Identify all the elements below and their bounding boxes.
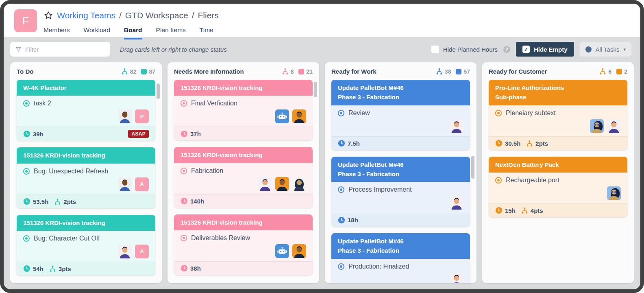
avatar-robot[interactable] [275, 244, 289, 258]
card-project-header[interactable]: W-4K Plactator [17, 80, 155, 96]
clock-icon [495, 140, 503, 147]
planned-hours: 39h [33, 131, 44, 138]
hide-planned-hours-toggle[interactable]: Hide Planned Hours [431, 46, 498, 53]
task-card[interactable]: NextGen Battery Pack Rechargeable port 1… [489, 157, 627, 217]
avatar-woman-short-hair[interactable] [450, 119, 463, 133]
task-title: Process Improvement [348, 186, 412, 193]
task-card[interactable]: Update PalletBot M#46Phase 3 - Fabricati… [331, 80, 470, 150]
card-project-header[interactable]: Update PalletBot M#46Phase 3 - Fabricati… [331, 157, 470, 182]
filter-funnel-icon [15, 46, 22, 53]
tab-workload[interactable]: Workload [84, 26, 110, 39]
task-card[interactable]: 151326 KRDI-vision tracking Deliverables… [174, 214, 313, 275]
card-project-title: Update PalletBot M#46 [338, 83, 463, 92]
avatar-woman-short-hair[interactable] [258, 177, 272, 191]
tab-time[interactable]: Time [200, 26, 213, 39]
task-card[interactable]: W-4K Plactator task 2 P 39h ASAP [17, 80, 155, 141]
task-card[interactable]: Update PalletBot M#46Phase 3 - Fabricati… [331, 157, 470, 227]
hide-planned-hours-checkbox[interactable] [431, 46, 439, 53]
card-project-header[interactable]: NextGen Battery Pack [489, 157, 627, 173]
card-project-header[interactable]: Update PalletBot M#46Phase 3 - Fabricati… [331, 233, 470, 259]
card-project-header[interactable]: 151326 KRDI-vision tracking [174, 80, 313, 96]
avatar-woman-sunglasses[interactable] [590, 119, 604, 133]
column-scrollbar[interactable] [471, 156, 474, 179]
task-title: Pleneiary subtext [506, 109, 556, 117]
avatar-woman-sunglasses[interactable] [607, 186, 621, 200]
column-tasks-count: 87 [149, 68, 155, 75]
column-title: Ready for Work [331, 68, 376, 75]
card-project-title: 151326 KRDI-vision tracking [181, 83, 306, 92]
avatar-woman-short-hair[interactable] [450, 196, 463, 210]
task-card[interactable]: 151326 KRDI-vision tracking Final Verfic… [174, 80, 313, 140]
workspace-logo[interactable]: F [14, 9, 37, 32]
assignee-avatars [181, 244, 306, 258]
task-card[interactable]: Update PalletBot M#46Phase 3 - Fabricati… [331, 233, 470, 283]
task-card[interactable]: Pro-Line AuthorizationsSub-phase Pleneia… [489, 80, 627, 150]
card-project-header[interactable]: Pro-Line AuthorizationsSub-phase [489, 80, 627, 105]
breadcrumb-link-team[interactable]: Working Teams [57, 11, 115, 20]
column-scrollbar[interactable] [314, 82, 317, 97]
help-icon[interactable]: ? [503, 46, 510, 53]
task-status-icon [495, 110, 502, 116]
chevron-down-icon: ▾ [623, 47, 626, 52]
task-card[interactable]: 151326 KRDI-vision tracking Bug: Unexpec… [17, 147, 155, 208]
star-icon[interactable] [44, 11, 53, 20]
column-cards: 151326 KRDI-vision tracking Final Verfic… [168, 79, 319, 283]
task-card[interactable]: 151326 KRDI-vision tracking Bug: Charact… [17, 215, 155, 276]
avatar-man-dark-suit[interactable] [118, 177, 132, 191]
card-body: Process Improvement [331, 182, 470, 213]
card-project-title: Sub-phase [495, 92, 621, 102]
column-counts: 6 2 [599, 68, 627, 75]
assignee-avatars [181, 177, 306, 191]
avatar-initial[interactable]: P [135, 109, 149, 123]
clock-icon [181, 197, 188, 205]
avatar-woman-short-hair[interactable] [607, 119, 621, 133]
filter-input[interactable] [25, 46, 105, 53]
avatar-woman-short-hair[interactable] [450, 273, 463, 284]
card-project-header[interactable]: 151326 KRDI-vision tracking [17, 215, 155, 231]
avatar-man-dark-suit[interactable] [118, 109, 132, 123]
task-status-icon [338, 263, 344, 270]
card-project-header[interactable]: 151326 KRDI-vision tracking [17, 147, 155, 163]
task-card[interactable]: 151326 KRDI-vision tracking Fabrication [174, 147, 313, 208]
avatar-man-orange[interactable] [292, 109, 306, 123]
avatar-initial[interactable]: A [135, 177, 149, 191]
avatar-initial[interactable]: A [135, 245, 149, 258]
column-tasks-count: 21 [306, 68, 313, 75]
planned-hours: 30.5h [505, 140, 520, 147]
planned-hours: 38h [190, 265, 201, 272]
points-icon [526, 140, 533, 147]
priority-badge: ASAP [128, 130, 149, 138]
card-project-header[interactable]: 151326 KRDI-vision tracking [174, 214, 313, 230]
card-project-title: Phase 3 - Fabrication [338, 92, 463, 102]
card-project-title: Phase 3 - Fabrication [338, 169, 463, 179]
points-icon [54, 198, 61, 205]
avatar-woman-short-hair[interactable] [118, 245, 132, 258]
card-project-header[interactable]: 151326 KRDI-vision tracking [174, 147, 313, 163]
avatar-man-orange[interactable] [275, 177, 289, 191]
avatar-man-orange[interactable] [292, 244, 306, 258]
tab-board[interactable]: Board [124, 26, 142, 39]
avatar-woman-long-hair[interactable] [292, 177, 306, 191]
hide-empty-checkbox[interactable]: ✓ [522, 46, 530, 53]
column-header: Ready for Work 38 57 [325, 62, 476, 79]
card-project-header[interactable]: Update PalletBot M#46Phase 3 - Fabricati… [331, 80, 470, 105]
story-points: 2pts [535, 140, 548, 147]
assignee-avatars: P [23, 109, 149, 123]
task-title: Review [348, 109, 370, 117]
tab-members[interactable]: Members [44, 26, 70, 39]
task-title: task 2 [34, 100, 51, 107]
hide-empty-label: Hide Empty [534, 46, 568, 53]
avatar-robot[interactable] [275, 109, 289, 123]
card-body: Rechargeable port [489, 173, 627, 203]
planned-hours: 37h [190, 130, 201, 137]
assignee-avatars [495, 186, 621, 200]
hide-planned-hours-label: Hide Planned Hours [443, 46, 498, 53]
column-scrollbar[interactable] [157, 83, 160, 99]
hide-empty-button[interactable]: ✓ Hide Empty [516, 42, 574, 57]
tab-plan-items[interactable]: Plan Items [156, 26, 186, 39]
task-status-icon [495, 177, 502, 184]
task-filter-dropdown[interactable]: All Tasks ▾ [580, 42, 631, 57]
card-project-title: Pro-Line Authorizations [495, 83, 621, 92]
column-cards: W-4K Plactator task 2 P 39h ASAP [10, 79, 162, 283]
tasks-count-icon [141, 69, 147, 74]
